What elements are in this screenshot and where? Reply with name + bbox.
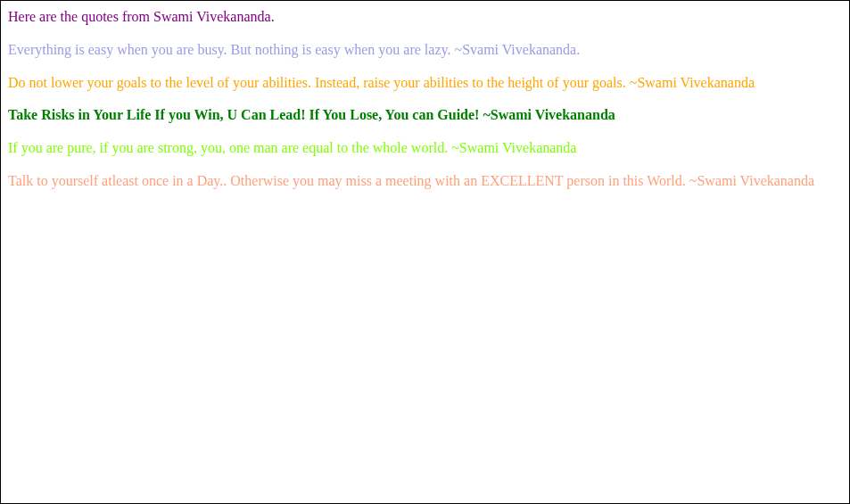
quote-line: If you are pure, if you are strong, you,… bbox=[8, 139, 842, 158]
quote-line: Do not lower your goals to the level of … bbox=[8, 74, 842, 93]
quote-line: Everything is easy when you are busy. Bu… bbox=[8, 41, 842, 60]
page-heading: Here are the quotes from Swami Vivekanan… bbox=[8, 8, 842, 27]
quote-line: Take Risks in Your Life If you Win, U Ca… bbox=[8, 106, 842, 125]
quote-line: Talk to yourself atleast once in a Day..… bbox=[8, 172, 842, 191]
